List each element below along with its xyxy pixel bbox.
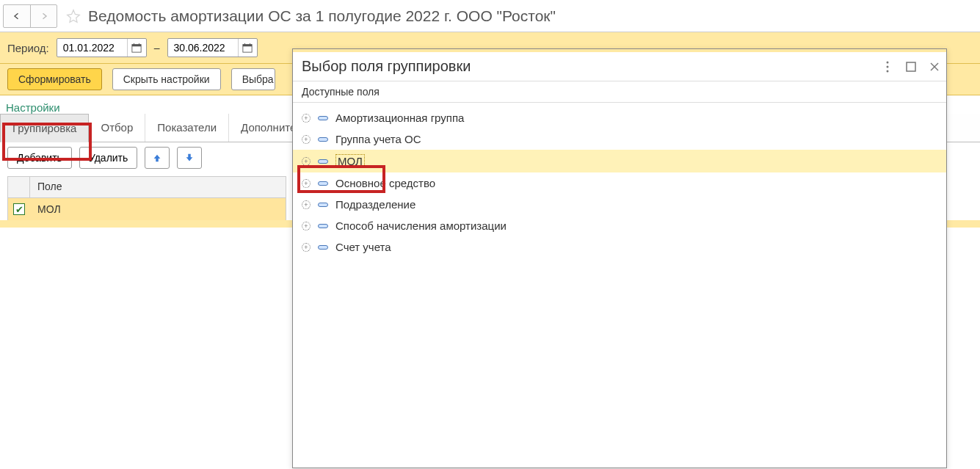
list-item[interactable]: + Подразделение: [293, 194, 946, 215]
nav-back-button[interactable]: [4, 5, 30, 27]
list-item[interactable]: + Группа учета ОС: [293, 128, 946, 150]
generate-button[interactable]: Сформировать: [7, 68, 102, 90]
field-icon: [318, 224, 328, 228]
more-menu-icon[interactable]: [882, 61, 893, 73]
dialog-header: Выбор поля группировки: [293, 52, 946, 81]
svg-rect-11: [907, 62, 915, 71]
row-checkbox[interactable]: ✔: [13, 203, 25, 215]
row-field-label: МОЛ: [30, 200, 286, 218]
nav-history-group: [3, 4, 57, 28]
expand-icon[interactable]: +: [302, 179, 311, 188]
grouping-table-header: Поле: [8, 177, 286, 198]
field-label: Счет учета: [335, 241, 391, 253]
period-separator: –: [154, 42, 160, 54]
period-to-input[interactable]: [168, 40, 238, 56]
dialog-available-label: Доступные поля: [293, 81, 946, 103]
list-item[interactable]: + Амортизационная группа: [293, 107, 946, 128]
favorite-star-icon[interactable]: [65, 7, 82, 25]
field-icon: [318, 137, 328, 142]
close-icon[interactable]: [929, 61, 940, 73]
svg-point-9: [887, 65, 889, 68]
expand-icon[interactable]: +: [302, 243, 311, 252]
tab-filter[interactable]: Отбор: [89, 114, 145, 142]
period-to-field: [167, 38, 258, 57]
dialog-title: Выбор поля группировки: [302, 58, 882, 75]
period-from-field: [57, 38, 147, 57]
grouping-col-field: Поле: [30, 177, 286, 197]
svg-rect-1: [132, 45, 141, 47]
tab-indicators[interactable]: Показатели: [145, 114, 229, 142]
svg-rect-5: [243, 45, 252, 47]
list-item[interactable]: + Основное средство: [293, 172, 946, 194]
field-label: Основное средство: [335, 177, 435, 189]
expand-icon[interactable]: +: [302, 157, 311, 166]
expand-icon[interactable]: +: [302, 135, 311, 144]
period-label: Период:: [7, 42, 49, 54]
table-row[interactable]: ✔ МОЛ: [8, 198, 286, 220]
nav-forward-button[interactable]: [30, 5, 57, 27]
svg-point-10: [887, 70, 889, 72]
list-item[interactable]: + Способ начисления амортизации: [293, 215, 946, 236]
calendar-icon[interactable]: [127, 39, 146, 57]
move-down-button[interactable]: [177, 147, 202, 169]
choose-settings-button[interactable]: Выбра: [231, 68, 275, 90]
calendar-icon[interactable]: [238, 39, 257, 57]
svg-point-8: [887, 61, 889, 63]
expand-icon[interactable]: +: [302, 222, 311, 230]
period-from-input[interactable]: [57, 40, 127, 56]
maximize-icon[interactable]: [905, 61, 917, 73]
tab-grouping[interactable]: Группировка: [0, 114, 89, 142]
add-button[interactable]: Добавить: [7, 147, 72, 169]
field-label: МОЛ: [335, 154, 365, 168]
move-up-button[interactable]: [145, 147, 170, 169]
field-icon: [318, 159, 328, 164]
title-bar: Ведомость амортизации ОС за 1 полугодие …: [0, 0, 980, 32]
field-icon: [318, 245, 328, 250]
grouping-table: Поле ✔ МОЛ: [7, 176, 286, 221]
list-item[interactable]: + МОЛ: [293, 150, 946, 172]
field-icon: [318, 181, 328, 186]
page-title: Ведомость амортизации ОС за 1 полугодие …: [88, 7, 556, 25]
expand-icon[interactable]: +: [302, 114, 311, 123]
field-icon: [318, 116, 328, 120]
field-label: Способ начисления амортизации: [335, 219, 507, 232]
field-label: Подразделение: [335, 198, 415, 211]
field-label: Группа учета ОС: [335, 133, 421, 145]
delete-button[interactable]: Удалить: [79, 147, 137, 169]
field-label: Амортизационная группа: [335, 112, 464, 124]
expand-icon[interactable]: +: [302, 200, 311, 209]
field-icon: [318, 203, 328, 207]
grouping-field-dialog: Выбор поля группировки Доступные поля + …: [292, 48, 947, 468]
list-item[interactable]: + Счет учета: [293, 236, 946, 258]
available-fields-list: + Амортизационная группа + Группа учета …: [293, 103, 946, 468]
hide-settings-button[interactable]: Скрыть настройки: [112, 68, 221, 90]
